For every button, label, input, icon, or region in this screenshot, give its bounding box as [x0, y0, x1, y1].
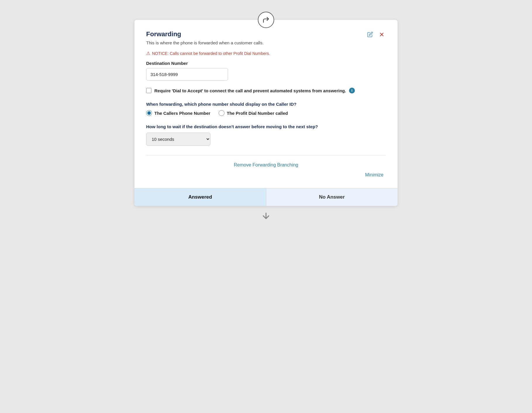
tab-no-answer[interactable]: No Answer [266, 188, 398, 206]
wait-question: How long to wait if the destination does… [146, 124, 386, 129]
notice-icon: ⚠ [146, 51, 150, 56]
wait-time-select[interactable]: 5 seconds 10 seconds 15 seconds 20 secon… [146, 133, 210, 146]
destination-number-input[interactable] [146, 68, 228, 81]
radio-option-callers-number[interactable]: The Callers Phone Number [146, 110, 210, 116]
caller-id-question: When forwarding, which phone number shou… [146, 102, 386, 107]
card-tabs: Answered No Answer [134, 188, 398, 206]
minimize-link-row: Minimize [146, 171, 386, 179]
forwarding-icon-circle [258, 12, 274, 28]
notice-row: ⚠ NOTICE: Calls cannot be forwarded to o… [146, 51, 386, 56]
notice-text: NOTICE: Calls cannot be forwarded to oth… [152, 51, 270, 56]
dial-to-accept-info-icon[interactable]: i [349, 88, 355, 93]
card-header-row: Forwarding [146, 30, 386, 39]
action-links: Remove Forwarding Branching [146, 161, 386, 169]
dial-to-accept-row: Require 'Dial to Accept' to connect the … [146, 88, 386, 93]
radio-profit-dial-number-label: The Profit Dial Number called [227, 111, 288, 116]
close-button[interactable] [378, 30, 386, 39]
card-title: Forwarding [146, 30, 181, 38]
card-subtitle: This is where the phone is forwarded whe… [146, 40, 386, 45]
forward-arrow-icon [262, 16, 270, 24]
page-wrapper: Forwarding T [134, 12, 398, 221]
tab-answered[interactable]: Answered [134, 188, 266, 206]
card-header-actions [366, 30, 386, 39]
radio-profit-dial-number[interactable] [219, 110, 224, 116]
down-arrow [261, 211, 271, 221]
minimize-button[interactable]: Minimize [363, 171, 386, 179]
dial-to-accept-label[interactable]: Require 'Dial to Accept' to connect the … [154, 88, 346, 93]
caller-id-radio-group: The Callers Phone Number The Profit Dial… [146, 110, 386, 116]
dial-to-accept-checkbox[interactable] [146, 88, 151, 93]
radio-callers-number[interactable] [146, 110, 152, 116]
divider [146, 155, 386, 155]
forwarding-card: Forwarding T [134, 20, 398, 206]
destination-number-label: Destination Number [146, 61, 386, 66]
radio-callers-number-label: The Callers Phone Number [154, 111, 210, 116]
edit-button[interactable] [366, 30, 374, 39]
remove-forwarding-branching-button[interactable]: Remove Forwarding Branching [232, 161, 301, 169]
radio-option-profit-dial-number[interactable]: The Profit Dial Number called [219, 110, 288, 116]
card-body: Forwarding T [134, 20, 398, 188]
